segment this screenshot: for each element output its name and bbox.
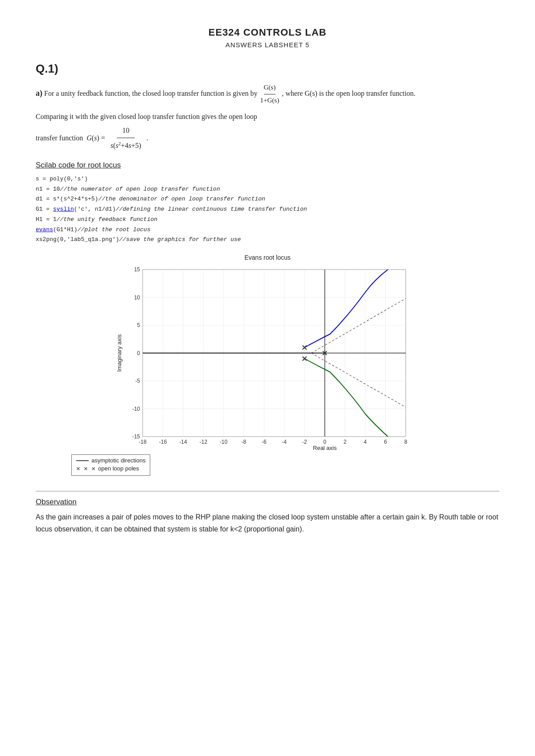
legend-asymptotic-label: asymptotic directions [91,457,145,464]
svg-text:Imaginary axis: Imaginary axis [116,334,123,372]
svg-text:-12: -12 [200,439,208,445]
svg-text:-6: -6 [262,439,267,445]
svg-text:-14: -14 [179,439,187,445]
part-a-text: a) For a unity feedback function, the cl… [36,82,499,106]
svg-text:15: 15 [134,266,140,273]
root-locus-plot: -18 -16 -14 -12 -10 -8 -6 -4 -2 0 2 4 6 … [111,263,424,450]
svg-text:Real axis: Real axis [313,445,337,450]
svg-text:0: 0 [323,439,326,445]
comparing-line1: Comparing it with the given closed loop … [36,110,499,123]
plot-area: Evans root locus [111,254,424,450]
plot-title: Evans root locus [111,254,424,261]
svg-text:-8: -8 [242,439,247,445]
fraction-gs: G(s) 1+G(s) [260,82,280,106]
svg-text:-4: -4 [282,439,287,445]
svg-text:10: 10 [134,294,140,301]
section-divider [36,491,499,491]
svg-text:-18: -18 [139,439,147,445]
svg-text:-16: -16 [159,439,167,445]
observation-text: As the gain increases a pair of poles mo… [36,511,499,535]
svg-text:2: 2 [343,439,346,445]
legend-box: asymptotic directions × × × open loop po… [71,454,150,476]
svg-text:-15: -15 [132,433,140,440]
page-subtitle: ANSWERS LABSHEET 5 [36,41,499,49]
code-block: s = poly(0,'s') n1 = 10//the numerator o… [36,174,499,245]
svg-text:-10: -10 [132,406,140,412]
question-label: Q.1) [36,62,499,76]
svg-text:4: 4 [364,439,367,445]
legend-poles-label: open loop poles [98,465,139,472]
page-title: EE324 CONTROLS LAB [36,27,499,38]
part-a-intro: For a unity feedback function, the close… [44,90,258,97]
plot-container: -18 -16 -14 -12 -10 -8 -6 -4 -2 0 2 4 6 … [111,263,424,450]
after-fraction: , where G(s) is the open loop transfer f… [282,90,415,97]
svg-text:-10: -10 [220,439,228,445]
svg-text:-2: -2 [302,439,307,445]
svg-text:-5: -5 [135,378,140,384]
scilab-heading: Scilab code for root locus [36,161,499,170]
transfer-fn-line: transfer function G(s) = 10 s(s2+4s+5) . [36,124,499,152]
svg-text:0: 0 [137,350,140,356]
svg-text:8: 8 [404,439,407,445]
observation-heading: Observation [36,498,499,507]
svg-text:5: 5 [137,322,140,328]
svg-text:6: 6 [384,439,387,445]
